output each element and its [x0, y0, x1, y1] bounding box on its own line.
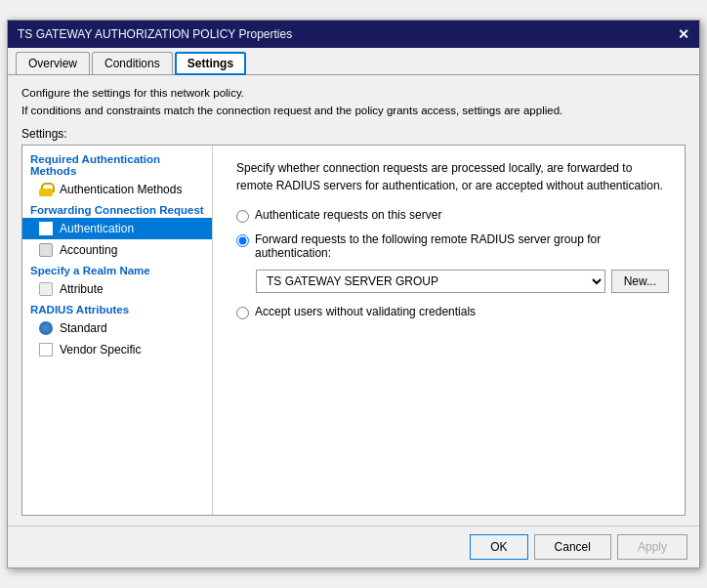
description-area: Configure the settings for this network … [21, 85, 686, 119]
nav-standard[interactable]: Standard [22, 317, 212, 339]
nav-auth-methods[interactable]: Authentication Methods [22, 179, 212, 200]
server-group-dropdown[interactable]: TS GATEWAY SERVER GROUP [256, 270, 605, 293]
section-realm: Specify a Realm Name [22, 261, 212, 278]
dialog-body: Configure the settings for this network … [8, 75, 699, 525]
nav-attribute[interactable]: Attribute [22, 278, 212, 300]
vendor-icon [38, 342, 54, 357]
nav-accounting-label: Accounting [60, 243, 117, 257]
radio-local-label[interactable]: Authenticate requests on this server [255, 208, 441, 222]
radio-local[interactable] [236, 210, 249, 223]
content-area: Required Authentication Methods Authenti… [21, 145, 686, 516]
radio-forward-option: Forward requests to the following remote… [236, 232, 669, 260]
ok-button[interactable]: OK [470, 534, 527, 560]
new-button[interactable]: New... [611, 270, 669, 293]
calc-icon [38, 242, 54, 258]
description-line1: Configure the settings for this network … [21, 85, 686, 102]
settings-label: Settings: [21, 127, 686, 141]
tab-bar: Overview Conditions Settings [8, 48, 699, 75]
section-required-auth: Required Authentication Methods [22, 149, 212, 179]
dialog-window: TS GATEWAY AUTHORIZATION POLICY Properti… [7, 20, 700, 568]
section-forwarding: Forwarding Connection Request [22, 200, 212, 218]
dialog-title: TS GATEWAY AUTHORIZATION POLICY Properti… [18, 27, 292, 41]
nav-accounting[interactable]: Accounting [22, 239, 212, 261]
left-panel: Required Authentication Methods Authenti… [22, 146, 213, 515]
globe-icon [38, 320, 54, 336]
description-line2: If conditions and constraints match the … [21, 103, 686, 119]
nav-vendor-specific-label: Vendor Specific [60, 343, 141, 357]
cancel-button[interactable]: Cancel [534, 534, 611, 560]
tab-overview[interactable]: Overview [16, 52, 90, 74]
radio-local-option: Authenticate requests on this server [236, 208, 669, 223]
nav-authentication-label: Authentication [60, 222, 134, 235]
close-button[interactable]: ✕ [678, 26, 689, 42]
radio-accept-label[interactable]: Accept users without validating credenti… [255, 305, 476, 318]
nav-auth-methods-label: Authentication Methods [60, 183, 182, 196]
realm-icon [38, 281, 54, 297]
apply-button[interactable]: Apply [617, 534, 687, 560]
tab-conditions[interactable]: Conditions [92, 52, 173, 74]
nav-authentication[interactable]: Authentication [22, 218, 212, 239]
nav-attribute-label: Attribute [60, 282, 104, 296]
radio-forward-label[interactable]: Forward requests to the following remote… [255, 232, 669, 260]
dropdown-row: TS GATEWAY SERVER GROUP New... [256, 270, 669, 293]
title-bar: TS GATEWAY AUTHORIZATION POLICY Properti… [8, 21, 699, 48]
arrow-green-icon [38, 221, 54, 236]
section-radius: RADIUS Attributes [22, 300, 212, 317]
tab-settings[interactable]: Settings [175, 52, 246, 75]
radio-accept[interactable] [236, 307, 249, 319]
right-panel: Specify whether connection requests are … [221, 146, 685, 515]
lock-icon [38, 182, 54, 197]
right-description: Specify whether connection requests are … [236, 159, 669, 194]
dialog-footer: OK Cancel Apply [8, 525, 699, 567]
radio-forward[interactable] [236, 234, 249, 247]
nav-standard-label: Standard [60, 321, 107, 335]
nav-vendor-specific[interactable]: Vendor Specific [22, 339, 212, 360]
radio-accept-option: Accept users without validating credenti… [236, 305, 669, 319]
